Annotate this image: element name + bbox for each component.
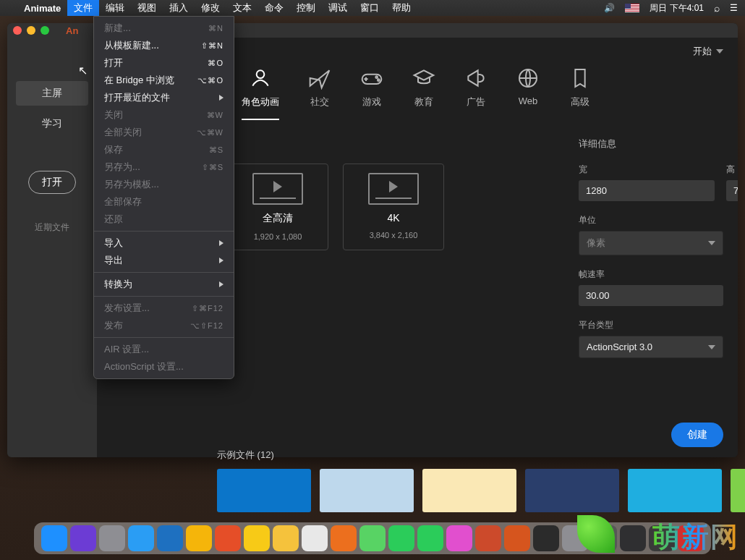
units-select[interactable]: 像素 xyxy=(579,231,723,255)
menu-icon[interactable]: ☰ xyxy=(730,3,738,13)
dock-app-13[interactable] xyxy=(417,525,443,551)
dock-app-20[interactable] xyxy=(620,525,646,551)
sample-3[interactable] xyxy=(422,469,516,512)
menu-item: 还原 xyxy=(94,211,234,228)
menu-item: 关闭⌘W xyxy=(94,106,234,124)
dock-app-8[interactable] xyxy=(273,525,299,551)
menubar-file[interactable]: 文件 xyxy=(67,0,99,16)
menu-item[interactable]: 导出 xyxy=(94,252,234,269)
close-window-icon[interactable] xyxy=(13,26,22,35)
menu-item: 另存为...⇧⌘S xyxy=(94,158,234,176)
menubar-insert[interactable]: 插入 xyxy=(163,0,195,16)
menu-item[interactable]: 从模板新建...⇧⌘N xyxy=(94,37,234,54)
cat-social[interactable]: 社交 xyxy=(308,67,331,120)
dock-app-16[interactable] xyxy=(504,525,530,551)
samples-section: 示例文件 (12) xyxy=(217,449,745,512)
width-input[interactable] xyxy=(579,180,715,201)
sidebar-learn[interactable]: 学习 xyxy=(16,111,88,136)
spotlight-icon[interactable]: ⌕ xyxy=(714,2,720,14)
cat-game[interactable]: 游戏 xyxy=(360,67,383,120)
sample-1[interactable] xyxy=(217,469,311,512)
fps-input[interactable] xyxy=(579,285,723,306)
menu-item: 另存为模板... xyxy=(94,176,234,193)
preset-thumb-icon xyxy=(252,173,303,205)
svg-point-2 xyxy=(375,76,378,78)
dock-app-2[interactable] xyxy=(99,525,125,551)
cat-education[interactable]: 教育 xyxy=(412,67,435,120)
samples-row xyxy=(217,469,745,512)
dock-app-9[interactable] xyxy=(302,525,328,551)
dock-app-11[interactable] xyxy=(359,525,386,551)
height-input[interactable] xyxy=(726,180,738,201)
menubar-help[interactable]: 帮助 xyxy=(386,0,417,16)
input-source-icon[interactable] xyxy=(625,4,639,12)
dock-app-4[interactable] xyxy=(157,525,183,551)
preset-dimensions: 3,840 x 2,160 xyxy=(370,231,418,239)
menubar-text[interactable]: 文本 xyxy=(226,0,258,16)
menu-item[interactable]: 转换为 xyxy=(94,276,234,293)
menubar-modify[interactable]: 修改 xyxy=(195,0,226,16)
cat-advanced[interactable]: 高级 xyxy=(569,67,592,120)
preset-card[interactable]: 全高清1,920 x 1,080 xyxy=(227,164,328,250)
dock-app-1[interactable] xyxy=(70,525,96,551)
menu-item[interactable]: 导入 xyxy=(94,234,234,252)
sample-5[interactable] xyxy=(628,469,722,512)
start-dropdown[interactable]: 开始 xyxy=(686,41,731,62)
menubar-command[interactable]: 命令 xyxy=(258,0,290,16)
sidebar-home[interactable]: 主屏 xyxy=(16,81,88,106)
sample-2[interactable] xyxy=(320,469,414,512)
cat-ads[interactable]: 广告 xyxy=(464,67,488,120)
preset-name: 全高清 xyxy=(263,212,293,225)
preset-card[interactable]: 4K3,840 x 2,160 xyxy=(343,164,444,250)
minimize-window-icon[interactable] xyxy=(27,26,35,35)
menu-item: AIR 设置... xyxy=(94,341,234,358)
preset-thumb-icon xyxy=(368,173,419,205)
cat-character[interactable]: 角色动画 xyxy=(242,67,279,120)
dock-app-17[interactable] xyxy=(533,525,559,551)
platform-select[interactable]: ActionScript 3.0 xyxy=(579,336,723,358)
create-button[interactable]: 创建 xyxy=(671,423,723,447)
animate-logo: An xyxy=(66,25,78,36)
menubar-control[interactable]: 控制 xyxy=(290,0,322,16)
open-button[interactable]: 打开 xyxy=(28,171,76,194)
platform-label: 平台类型 xyxy=(579,319,723,331)
chevron-down-icon xyxy=(708,241,715,245)
menu-item[interactable]: 打开最近的文件 xyxy=(94,89,234,106)
sample-6[interactable] xyxy=(731,469,745,512)
dock-app-12[interactable] xyxy=(388,525,414,551)
file-menu: 新建...⌘N从模板新建...⇧⌘N打开⌘O在 Bridge 中浏览⌥⌘O打开最… xyxy=(93,16,234,379)
height-label: 高 xyxy=(726,164,738,176)
menu-item[interactable]: 打开⌘O xyxy=(94,54,234,72)
menubar-view[interactable]: 视图 xyxy=(131,0,163,16)
dock-app-10[interactable] xyxy=(331,525,357,551)
details-panel: 详细信息 宽 高 单位像素 帧速率 平台类型ActionScript 3.0 xyxy=(564,120,738,376)
volume-icon[interactable]: 🔊 xyxy=(604,3,615,13)
width-label: 宽 xyxy=(579,164,715,176)
watermark: 萌新网 xyxy=(652,519,739,556)
sidebar: 主屏 学习 打开 近期文件 xyxy=(7,38,97,457)
dock-app-5[interactable] xyxy=(186,525,212,551)
menubar-window[interactable]: 窗口 xyxy=(354,0,386,16)
menubar-app[interactable]: Animate xyxy=(17,1,67,15)
details-title: 详细信息 xyxy=(579,137,723,150)
dock-app-6[interactable] xyxy=(215,525,241,551)
chevron-down-icon xyxy=(708,345,715,349)
fps-label: 帧速率 xyxy=(579,268,723,281)
mac-menubar: Animate 文件 编辑 视图 插入 修改 文本 命令 控制 调试 窗口 帮助… xyxy=(0,0,745,16)
menubar-edit[interactable]: 编辑 xyxy=(99,0,131,16)
preset-name: 4K xyxy=(387,212,399,224)
dock-app-0[interactable] xyxy=(41,525,67,551)
menu-item: 发布⌥⇧F12 xyxy=(94,317,234,334)
cat-web[interactable]: Web xyxy=(516,67,540,120)
chevron-down-icon xyxy=(716,49,723,54)
dock-app-3[interactable] xyxy=(128,525,154,551)
maximize-window-icon[interactable] xyxy=(41,26,49,35)
dock-app-15[interactable] xyxy=(475,525,501,551)
svg-point-3 xyxy=(378,79,380,81)
menubar-debug[interactable]: 调试 xyxy=(322,0,354,16)
sample-4[interactable] xyxy=(525,469,619,512)
menu-item[interactable]: 在 Bridge 中浏览⌥⌘O xyxy=(94,72,234,89)
dock-app-14[interactable] xyxy=(446,525,472,551)
menubar-datetime[interactable]: 周日 下午4:01 xyxy=(650,2,704,14)
dock-app-7[interactable] xyxy=(244,525,270,551)
